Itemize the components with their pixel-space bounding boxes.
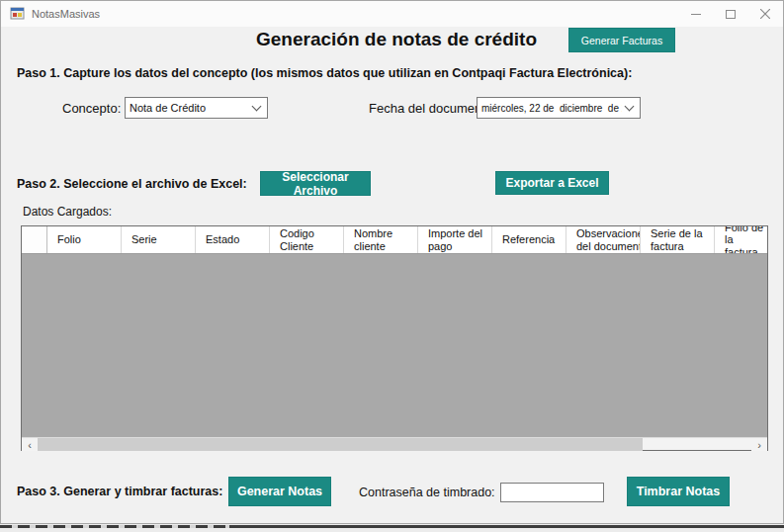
close-button[interactable] (747, 1, 783, 27)
scroll-right-icon[interactable]: › (751, 438, 767, 451)
grid-column-header[interactable]: Importe del pago (418, 226, 492, 253)
datagridview: FolioSerieEstadoCodigo ClienteNombre cli… (21, 225, 768, 451)
grid-body (22, 254, 767, 437)
grid-header-row: FolioSerieEstadoCodigo ClienteNombre cli… (22, 226, 767, 254)
grid-column-header[interactable]: Nombre cliente (344, 226, 418, 253)
concepto-label: Concepto: (62, 101, 121, 116)
generar-facturas-button[interactable]: Generar Facturas (568, 28, 675, 52)
close-icon (760, 9, 770, 19)
app-icon (10, 6, 26, 22)
step3-label: Paso 3. Generar y timbrar facturas: (17, 485, 222, 498)
grid-column-header[interactable]: Folio (47, 226, 122, 253)
grid-column-header[interactable]: Serie (122, 226, 196, 253)
concepto-value: Nota de Crédito (126, 102, 249, 114)
concepto-combobox[interactable]: Nota de Crédito (125, 97, 268, 119)
grid-column-header[interactable]: Observaciones del documento (566, 226, 641, 253)
maximize-button[interactable] (713, 1, 748, 27)
timbrar-notas-button[interactable]: Timbrar Notas (627, 477, 730, 506)
grid-column-header[interactable]: Folio de la factura (715, 226, 767, 253)
taskbar-top-line (229, 525, 784, 528)
window-title: NotasMasivas (32, 8, 100, 20)
minimize-button[interactable] (678, 1, 714, 27)
generar-notas-button[interactable]: Generar Notas (228, 477, 331, 506)
hscrollbar-thumb[interactable] (38, 438, 643, 451)
fecha-value: miércoles, 22 de diciembre de 2021 (478, 103, 622, 114)
contrasena-label: Contraseña de timbrado: (359, 486, 495, 499)
exportar-excel-button[interactable]: Exportar a Excel (495, 171, 609, 195)
contrasena-input[interactable] (500, 483, 604, 502)
grid-column-header[interactable]: Codigo Cliente (270, 226, 344, 253)
fecha-datepicker[interactable]: miércoles, 22 de diciembre de 2021 (477, 97, 641, 119)
seleccionar-archivo-button[interactable]: Seleccionar Archivo (260, 171, 371, 196)
grid-column-header[interactable]: Referencia (492, 226, 566, 253)
grid-column-header[interactable]: Estado (196, 226, 270, 253)
scroll-left-icon[interactable]: ‹ (22, 438, 38, 451)
titlebar[interactable]: NotasMasivas (1, 1, 783, 27)
chevron-down-icon (625, 101, 635, 111)
grid-column-header[interactable]: Serie de la factura (641, 226, 715, 253)
minimize-icon (691, 14, 701, 15)
maximize-icon (726, 10, 736, 19)
grid-row-header-stub (22, 226, 47, 253)
step1-label: Paso 1. Capture los datos del concepto (… (17, 66, 632, 80)
taskbar-icon-tops (0, 525, 229, 528)
datos-cargados-label: Datos Cargados: (23, 205, 112, 219)
app-window: NotasMasivas Generación de notas de créd… (0, 0, 784, 524)
horizontal-scrollbar[interactable]: ‹ › (22, 437, 767, 450)
step2-label: Paso 2. Seleccione el archivo de Excel: (17, 177, 247, 191)
taskbar-edge (0, 525, 784, 528)
chevron-down-icon (252, 101, 262, 111)
